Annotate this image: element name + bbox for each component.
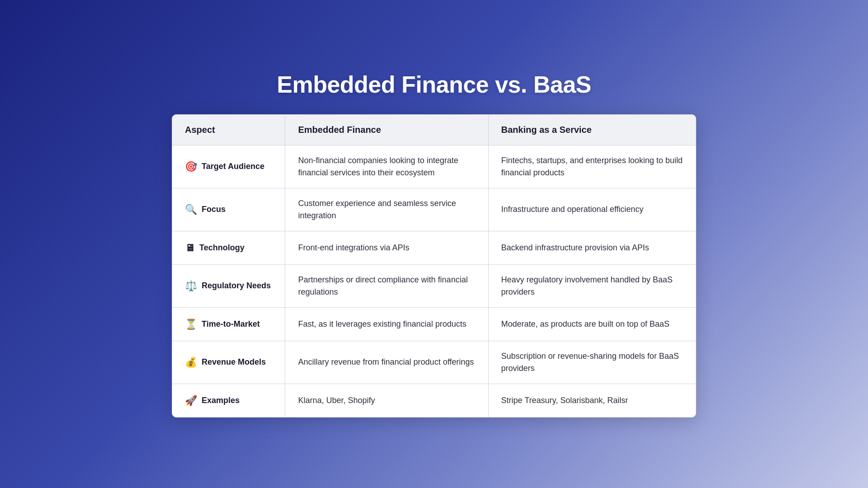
embedded-finance-cell: Klarna, Uber, Shopify (285, 384, 488, 417)
table-row: ⚖️Regulatory NeedsPartnerships or direct… (172, 264, 696, 307)
aspect-cell: ⚖️Regulatory Needs (172, 264, 285, 307)
aspect-label: Examples (202, 394, 240, 407)
aspect-cell: 🚀Examples (172, 384, 285, 417)
embedded-finance-cell: Front-end integrations via APIs (285, 231, 488, 264)
row-icon: 💰 (185, 355, 197, 370)
row-icon: ⚖️ (185, 278, 197, 293)
header-embedded-finance: Embedded Finance (285, 115, 488, 145)
row-icon: 🚀 (185, 393, 197, 408)
baas-cell: Backend infrastructure provision via API… (488, 231, 696, 264)
baas-cell: Stripe Treasury, Solarisbank, Railsr (488, 384, 696, 417)
aspect-label: Technology (199, 242, 245, 254)
header-aspect: Aspect (172, 115, 285, 145)
table-row: 🚀ExamplesKlarna, Uber, ShopifyStripe Tre… (172, 384, 696, 417)
aspect-label: Target Audience (202, 160, 264, 173)
table-row: ⏳Time-to-MarketFast, as it leverages exi… (172, 307, 696, 341)
embedded-finance-cell: Customer experience and seamless service… (285, 188, 488, 231)
row-icon: ⏳ (185, 317, 197, 332)
table-row: 🖥TechnologyFront-end integrations via AP… (172, 231, 696, 264)
baas-cell: Moderate, as products are built on top o… (488, 307, 696, 341)
aspect-label: Revenue Models (202, 356, 266, 368)
row-icon: 🎯 (185, 159, 197, 174)
comparison-table: Aspect Embedded Finance Banking as a Ser… (172, 114, 696, 418)
aspect-cell: 🎯Target Audience (172, 145, 285, 188)
embedded-finance-cell: Ancillary revenue from financial product… (285, 341, 488, 384)
baas-cell: Subscription or revenue-sharing models f… (488, 341, 696, 384)
table-row: 🎯Target AudienceNon-financial companies … (172, 145, 696, 188)
aspect-cell: ⏳Time-to-Market (172, 307, 285, 341)
table-header-row: Aspect Embedded Finance Banking as a Ser… (172, 115, 696, 145)
aspect-cell: 🔍Focus (172, 188, 285, 231)
aspect-label: Time-to-Market (202, 318, 260, 330)
table-row: 💰Revenue ModelsAncillary revenue from fi… (172, 341, 696, 384)
baas-cell: Infrastructure and operational efficienc… (488, 188, 696, 231)
embedded-finance-cell: Non-financial companies looking to integ… (285, 145, 488, 188)
aspect-cell: 🖥Technology (172, 231, 285, 264)
aspect-label: Focus (202, 203, 226, 216)
row-icon: 🖥 (185, 240, 195, 255)
aspect-cell: 💰Revenue Models (172, 341, 285, 384)
table-row: 🔍FocusCustomer experience and seamless s… (172, 188, 696, 231)
baas-cell: Fintechs, startups, and enterprises look… (488, 145, 696, 188)
page-title: Embedded Finance vs. BaaS (277, 71, 591, 98)
row-icon: 🔍 (185, 202, 197, 217)
embedded-finance-cell: Partnerships or direct compliance with f… (285, 264, 488, 307)
header-baas: Banking as a Service (488, 115, 696, 145)
embedded-finance-cell: Fast, as it leverages existing financial… (285, 307, 488, 341)
baas-cell: Heavy regulatory involvement handled by … (488, 264, 696, 307)
aspect-label: Regulatory Needs (202, 280, 271, 292)
